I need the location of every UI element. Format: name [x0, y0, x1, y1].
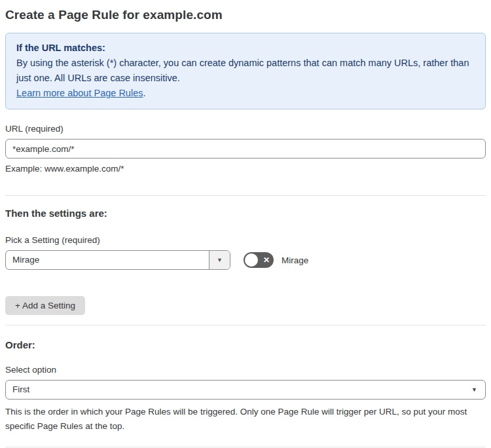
section-divider — [5, 447, 486, 447]
url-example-helper: Example: www.example.com/* — [5, 164, 486, 174]
setting-select[interactable]: Mirage ▼ — [5, 250, 230, 270]
url-field-label: URL (required) — [5, 124, 486, 134]
add-setting-button[interactable]: + Add a Setting — [5, 296, 85, 315]
page-rule-form: Create a Page Rule for example.com If th… — [0, 8, 491, 448]
setting-select-value: Mirage — [6, 251, 209, 269]
learn-more-link[interactable]: Learn more about Page Rules — [16, 88, 143, 98]
order-section-heading: Order: — [5, 339, 486, 350]
settings-section-heading: Then the settings are: — [5, 208, 486, 219]
toggle-setting-label: Mirage — [282, 255, 308, 265]
section-divider — [5, 325, 486, 326]
order-select[interactable]: First ▼ — [5, 380, 486, 400]
caret-down-icon: ▼ — [217, 257, 223, 263]
setting-row: Mirage ▼ ✕ Mirage — [5, 250, 486, 270]
info-box-body: By using the asterisk (*) character, you… — [16, 56, 475, 86]
toggle-knob — [245, 253, 258, 267]
page-title: Create a Page Rule for example.com — [5, 8, 486, 22]
section-divider — [5, 195, 486, 196]
order-helper-text: This is the order in which your Page Rul… — [5, 405, 486, 434]
setting-select-caret-button[interactable]: ▼ — [209, 251, 230, 269]
pick-setting-label: Pick a Setting (required) — [5, 235, 486, 245]
url-input[interactable] — [5, 139, 486, 159]
toggle-off-x-icon: ✕ — [263, 256, 270, 264]
info-box-link-line: Learn more about Page Rules. — [16, 86, 475, 101]
caret-down-icon: ▼ — [471, 386, 477, 393]
order-select-label: Select option — [5, 365, 486, 375]
order-select-value: First — [6, 381, 485, 399]
info-box-heading: If the URL matches: — [16, 41, 475, 56]
mirage-toggle[interactable]: ✕ — [244, 252, 274, 268]
link-suffix: . — [143, 88, 145, 98]
url-match-info-box: If the URL matches: By using the asteris… — [5, 33, 486, 109]
